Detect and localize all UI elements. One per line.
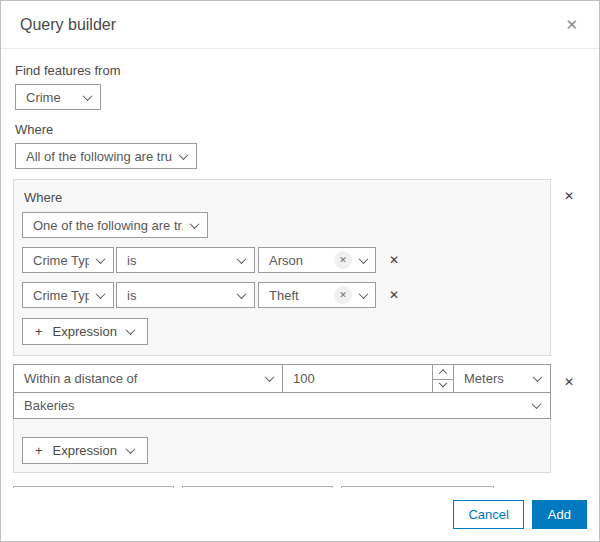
chevron-down-icon <box>237 289 247 299</box>
add-button[interactable]: Add <box>532 500 587 529</box>
chevron-down-icon <box>265 372 275 382</box>
chevron-down-icon <box>96 289 106 299</box>
chevron-down-icon <box>125 444 135 454</box>
condition2-field-select[interactable]: Crime Type <box>22 282 114 308</box>
where-label: Where <box>15 122 587 137</box>
spatial-predicate-select[interactable]: Within a distance of <box>13 364 283 393</box>
condition1-operator-value: is <box>127 253 230 268</box>
dialog-header: Query builder ✕ <box>1 1 599 49</box>
dialog-body: Find features from Crime Where All of th… <box>1 49 599 488</box>
group1-where-label: Where <box>24 190 542 205</box>
cancel-button[interactable]: Cancel <box>453 500 523 529</box>
distance-input[interactable] <box>283 365 432 392</box>
chevron-down-icon <box>190 219 200 229</box>
chevron-up-icon <box>439 369 447 377</box>
close-icon: ✕ <box>389 288 399 302</box>
expression-group-1: Where One of the following are tr... Cri… <box>13 179 551 356</box>
condition1-field-value: Crime Type <box>33 253 89 268</box>
chevron-down-icon <box>125 325 135 335</box>
spatial-predicate-row: Within a distance of Meters <box>13 364 551 393</box>
chevron-down-icon <box>533 372 543 382</box>
chevron-down-icon <box>439 379 447 387</box>
condition1-value-select[interactable]: Arson ✕ <box>258 247 376 273</box>
stepper-down-button[interactable] <box>433 379 453 393</box>
dialog-footer: Cancel Add <box>1 488 599 541</box>
layer-select[interactable]: Crime <box>15 84 101 110</box>
add-expression-label: Expression <box>53 324 117 339</box>
chevron-down-icon <box>179 150 189 160</box>
close-icon: ✕ <box>565 16 578 33</box>
condition2-operator-select[interactable]: is <box>116 282 255 308</box>
remove-group2-button[interactable]: ✕ <box>551 375 587 389</box>
layer2-value: Bakeries <box>24 398 525 413</box>
chevron-down-icon <box>237 254 247 264</box>
expression-group-2-row: Within a distance of Meters <box>13 364 587 473</box>
where-operator-select[interactable]: All of the following are true <box>15 143 197 169</box>
group2-add-expression-button[interactable]: + Expression <box>22 437 148 464</box>
distance-stepper <box>432 365 453 392</box>
close-icon: ✕ <box>564 375 574 389</box>
chevron-down-icon <box>359 289 369 299</box>
cancel-label: Cancel <box>468 507 508 522</box>
close-icon: ✕ <box>564 189 574 203</box>
find-features-label: Find features from <box>15 63 587 78</box>
condition-row: Crime Type is Arson ✕ ✕ <box>22 247 542 273</box>
chevron-down-icon <box>83 91 93 101</box>
clear-value-button[interactable]: ✕ <box>334 251 352 269</box>
add-expression-label: Expression <box>53 443 117 458</box>
expression-group-2: Within a distance of Meters <box>13 364 551 473</box>
condition2-field-value: Crime Type <box>33 288 89 303</box>
group1-operator-value: One of the following are tr... <box>33 218 183 233</box>
units-select[interactable]: Meters <box>453 364 551 393</box>
stepper-up-button[interactable] <box>433 365 453 379</box>
plus-icon: + <box>35 443 43 458</box>
expression-group-1-row: Where One of the following are tr... Cri… <box>13 179 587 356</box>
add-label: Add <box>548 507 571 522</box>
query-builder-dialog: Query builder ✕ Find features from Crime… <box>0 0 600 542</box>
condition2-value: Theft <box>269 288 330 303</box>
close-icon: ✕ <box>389 253 399 267</box>
plus-icon: + <box>35 324 43 339</box>
dialog-close-button[interactable]: ✕ <box>563 15 580 34</box>
remove-condition2-button[interactable]: ✕ <box>389 288 399 302</box>
condition1-value: Arson <box>269 253 330 268</box>
condition-row: Crime Type is Theft ✕ ✕ <box>22 282 542 308</box>
chevron-down-icon <box>96 254 106 264</box>
spatial-predicate-value: Within a distance of <box>24 371 258 386</box>
remove-group1-button[interactable]: ✕ <box>551 189 587 203</box>
close-icon: ✕ <box>339 290 347 300</box>
group1-add-expression-button[interactable]: + Expression <box>22 318 148 345</box>
dialog-title: Query builder <box>20 16 116 34</box>
where-operator-value: All of the following are true <box>26 149 172 164</box>
group1-operator-select[interactable]: One of the following are tr... <box>22 212 208 238</box>
layer2-select[interactable]: Bakeries <box>13 392 551 419</box>
clear-value-button[interactable]: ✕ <box>334 286 352 304</box>
condition2-operator-value: is <box>127 288 230 303</box>
condition2-value-select[interactable]: Theft ✕ <box>258 282 376 308</box>
condition1-field-select[interactable]: Crime Type <box>22 247 114 273</box>
close-icon: ✕ <box>339 255 347 265</box>
condition1-operator-select[interactable]: is <box>116 247 255 273</box>
remove-condition1-button[interactable]: ✕ <box>389 253 399 267</box>
units-value: Meters <box>464 371 526 386</box>
distance-input-wrap <box>282 364 454 393</box>
layer-select-value: Crime <box>26 90 76 105</box>
chevron-down-icon <box>532 399 542 409</box>
chevron-down-icon <box>359 254 369 264</box>
